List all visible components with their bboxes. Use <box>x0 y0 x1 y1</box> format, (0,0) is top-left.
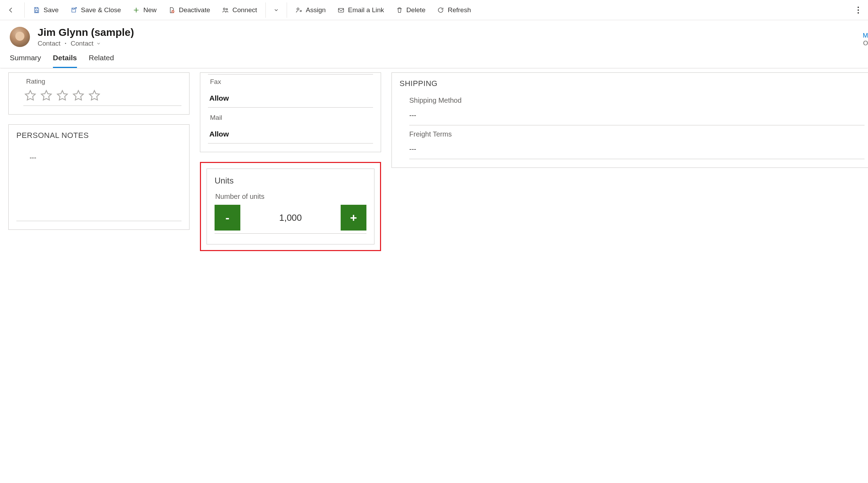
new-button[interactable]: New <box>128 2 161 18</box>
form-selector[interactable]: Contact <box>71 40 101 47</box>
new-label: New <box>143 6 156 14</box>
fax-label: Fax <box>210 78 371 86</box>
deactivate-icon <box>168 7 175 14</box>
units-field-label: Number of units <box>215 193 366 201</box>
units-increment-button[interactable]: + <box>341 205 366 231</box>
record-header: Jim Glynn (sample) Contact Contact <box>0 20 868 51</box>
svg-point-3 <box>226 8 227 10</box>
tab-row: Summary Details Related <box>0 51 868 68</box>
svg-point-6 <box>858 7 859 8</box>
connect-label: Connect <box>232 6 257 14</box>
personal-notes-value[interactable]: --- <box>16 143 181 221</box>
shipping-card: SHIPPING Shipping Method --- Freight Ter… <box>392 72 868 168</box>
units-section-title: Units <box>215 176 366 186</box>
svg-rect-0 <box>36 10 38 12</box>
tab-details[interactable]: Details <box>53 54 77 68</box>
star-icon[interactable] <box>39 89 53 103</box>
units-stepper: - 1,000 + <box>215 205 366 234</box>
email-link-button[interactable]: Email a Link <box>333 2 389 18</box>
peek-line2: O <box>863 40 868 47</box>
connect-icon <box>222 7 229 14</box>
delete-button[interactable]: Delete <box>391 2 431 18</box>
tab-related[interactable]: Related <box>89 54 114 68</box>
assign-button[interactable]: Assign <box>290 2 331 18</box>
connect-chevron[interactable] <box>269 2 283 18</box>
peek-line1: M <box>863 32 868 39</box>
freight-terms-value[interactable]: --- <box>409 138 865 159</box>
svg-point-2 <box>223 8 225 10</box>
rating-card: Rating <box>8 72 189 115</box>
shipping-method-label: Shipping Method <box>409 92 865 104</box>
save-close-icon <box>70 7 77 14</box>
separator-dot <box>64 40 67 47</box>
header-right-peek: M O <box>863 32 868 47</box>
separator <box>265 2 266 18</box>
deactivate-button[interactable]: Deactivate <box>163 2 215 18</box>
star-icon[interactable] <box>55 89 69 103</box>
units-decrement-button[interactable]: - <box>215 205 240 231</box>
rating-stars[interactable] <box>23 89 181 103</box>
delete-label: Delete <box>406 6 426 14</box>
chevron-down-icon <box>96 41 101 46</box>
mail-label: Mail <box>210 114 371 122</box>
separator <box>24 2 25 18</box>
avatar <box>10 27 30 47</box>
mail-value[interactable]: Allow <box>208 125 373 143</box>
email-link-label: Email a Link <box>348 6 384 14</box>
form-body: Rating PERSONAL NOTES --- Fax Allow <box>0 68 868 262</box>
assign-label: Assign <box>306 6 326 14</box>
connect-button[interactable]: Connect <box>217 2 262 18</box>
star-icon[interactable] <box>87 89 101 103</box>
contact-preferences-card: Fax Allow Mail Allow <box>200 72 381 152</box>
svg-rect-5 <box>339 8 344 12</box>
save-icon <box>33 7 40 14</box>
save-close-button[interactable]: Save & Close <box>65 2 126 18</box>
tab-summary[interactable]: Summary <box>10 54 41 68</box>
back-button[interactable] <box>3 2 20 18</box>
star-icon[interactable] <box>23 89 37 103</box>
freight-terms-label: Freight Terms <box>409 125 865 138</box>
svg-point-4 <box>297 8 299 10</box>
mail-icon <box>338 7 344 14</box>
save-close-label: Save & Close <box>81 6 121 14</box>
save-label: Save <box>44 6 59 14</box>
more-commands-button[interactable] <box>851 2 865 18</box>
units-card: Units Number of units - 1,000 + <box>207 169 374 244</box>
plus-icon <box>133 7 140 14</box>
fax-value[interactable]: Allow <box>208 89 373 108</box>
refresh-icon <box>437 7 444 14</box>
form-name-label: Contact <box>71 40 93 47</box>
shipping-method-value[interactable]: --- <box>409 104 865 125</box>
shipping-title: SHIPPING <box>400 79 865 88</box>
separator <box>287 2 287 18</box>
assign-icon <box>295 7 302 14</box>
rating-label: Rating <box>26 78 181 85</box>
star-icon[interactable] <box>71 89 85 103</box>
deactivate-label: Deactivate <box>179 6 210 14</box>
svg-point-7 <box>858 9 859 11</box>
record-title: Jim Glynn (sample) <box>38 26 134 38</box>
refresh-button[interactable]: Refresh <box>432 2 476 18</box>
command-bar: Save Save & Close New Deactivate <box>0 0 868 20</box>
refresh-label: Refresh <box>448 6 471 14</box>
trash-icon <box>396 7 403 14</box>
personal-notes-title: PERSONAL NOTES <box>16 131 181 140</box>
svg-point-8 <box>858 12 859 14</box>
units-value[interactable]: 1,000 <box>279 212 302 223</box>
save-button[interactable]: Save <box>28 2 63 18</box>
personal-notes-card: PERSONAL NOTES --- <box>8 124 189 230</box>
entity-type-label: Contact <box>38 40 60 47</box>
units-highlight: Units Number of units - 1,000 + <box>200 162 381 251</box>
